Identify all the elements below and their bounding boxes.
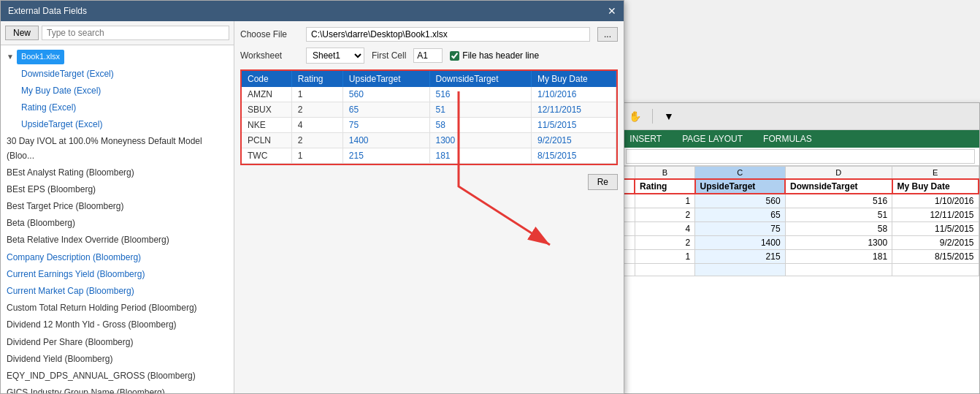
menu-pagelayout[interactable]: PAGE LAYOUT xyxy=(672,130,753,148)
cell-d4[interactable]: 58 xyxy=(785,222,892,236)
table-cell: 1 xyxy=(291,87,342,102)
cell-d6[interactable]: 181 xyxy=(785,250,892,264)
worksheet-row: Worksheet Sheet1 First Cell File has hea… xyxy=(240,48,618,64)
right-panel: Choose File ... Worksheet Sheet1 First C… xyxy=(234,21,624,393)
table-row: NKE4755811/5/2015 xyxy=(242,118,616,133)
table-row: SBUX2655112/11/2015 xyxy=(242,102,616,118)
new-button[interactable]: New xyxy=(5,26,39,40)
choose-file-label: Choose File xyxy=(240,29,299,39)
tree-child-4[interactable]: UpsideTarget (Excel) xyxy=(1,116,234,133)
tree-child-3[interactable]: Rating (Excel) xyxy=(1,99,234,116)
cell-c4[interactable]: 75 xyxy=(695,222,786,236)
tree-child-1[interactable]: DownsideTarget (Excel) xyxy=(1,66,234,83)
col-e[interactable]: E xyxy=(892,167,979,180)
cell-b7[interactable] xyxy=(635,264,695,276)
touch-button[interactable]: ✋ xyxy=(627,108,643,124)
dialog-body: New ▼ Book1.xlsx DownsideTarget (Excel) … xyxy=(1,21,624,393)
cell-b4[interactable]: 4 xyxy=(635,222,695,236)
tree-item-12[interactable]: Dividend Per Share (Bloomberg) xyxy=(1,334,234,351)
cell-d2[interactable]: 516 xyxy=(785,194,892,208)
cell-e6[interactable]: 8/15/2015 xyxy=(892,250,979,264)
table-row: AMZN15605161/10/2016 xyxy=(242,87,616,102)
more-button[interactable]: ▼ xyxy=(662,108,676,124)
col-code: Code xyxy=(242,71,291,87)
table-cell: 12/11/2015 xyxy=(531,102,616,118)
tree-item-8[interactable]: Current Earnings Yield (Bloomberg) xyxy=(1,266,234,283)
cell-b2[interactable]: 1 xyxy=(635,194,695,208)
tree-item-15[interactable]: GICS Industry Group Name (Bloomberg) xyxy=(1,384,234,393)
tree-item-11[interactable]: Dividend 12 Month Yld - Gross (Bloomberg… xyxy=(1,317,234,333)
cell-b3[interactable]: 2 xyxy=(635,208,695,222)
tree-item-9[interactable]: Current Market Cap (Bloomberg) xyxy=(1,283,234,300)
cell-e2[interactable]: 1/10/2016 xyxy=(892,194,979,208)
table-row: PCLN2140013009/2/2015 xyxy=(242,133,616,148)
cell-d7[interactable] xyxy=(785,264,892,276)
cell-c6[interactable]: 215 xyxy=(695,250,786,264)
table-row: TWC12151818/15/2015 xyxy=(242,148,616,164)
root-badge: Book1.xlsx xyxy=(17,50,64,64)
tree-root[interactable]: ▼ Book1.xlsx xyxy=(1,48,234,66)
table-cell: 4 xyxy=(291,118,342,133)
cell-c2[interactable]: 560 xyxy=(695,194,786,208)
col-b[interactable]: B xyxy=(635,167,695,180)
file-path-input[interactable] xyxy=(306,27,590,42)
tree-item-6[interactable]: Beta Relative Index Override (Bloomberg) xyxy=(1,232,234,249)
worksheet-select[interactable]: Sheet1 xyxy=(306,48,364,64)
table-cell: 75 xyxy=(342,118,429,133)
ok-button[interactable]: Re xyxy=(588,174,618,190)
table-cell: 215 xyxy=(342,148,429,164)
cell-b5[interactable]: 2 xyxy=(635,236,695,250)
tree-item-3[interactable]: BEst EPS (Bloomberg) xyxy=(1,181,234,198)
col-d[interactable]: D xyxy=(785,167,892,180)
cell-d1[interactable]: DownsideTarget xyxy=(785,179,892,194)
search-input[interactable] xyxy=(42,26,229,40)
tree-container: ▼ Book1.xlsx DownsideTarget (Excel) My B… xyxy=(1,45,234,393)
cell-d5[interactable]: 1300 xyxy=(785,236,892,250)
col-rating: Rating xyxy=(291,71,342,87)
browse-button[interactable]: ... xyxy=(597,27,618,42)
table-cell: 65 xyxy=(342,102,429,118)
dialog-title: External Data Fields xyxy=(8,6,87,16)
header-line-label: File has header line xyxy=(462,50,539,61)
worksheet-label: Worksheet xyxy=(240,50,299,61)
first-cell-input[interactable] xyxy=(413,48,443,63)
tree-item-4[interactable]: Best Target Price (Bloomberg) xyxy=(1,198,234,215)
cell-c7[interactable] xyxy=(695,264,786,276)
cell-d3[interactable]: 51 xyxy=(785,208,892,222)
table-cell: PCLN xyxy=(242,133,291,148)
table-cell: SBUX xyxy=(242,102,291,118)
tree-item-10[interactable]: Custom Total Return Holding Period (Bloo… xyxy=(1,300,234,317)
menu-insert[interactable]: INSERT xyxy=(619,130,672,148)
table-cell: 181 xyxy=(429,148,531,164)
tree-item-13[interactable]: Dividend Yield (Bloomberg) xyxy=(1,351,234,368)
table-cell: 11/5/2015 xyxy=(531,118,616,133)
divider xyxy=(652,109,653,124)
header-line-checkbox[interactable] xyxy=(450,51,459,61)
tree-child-2[interactable]: My Buy Date (Excel) xyxy=(1,83,234,99)
tree-item-5[interactable]: Beta (Bloomberg) xyxy=(1,215,234,232)
cell-b6[interactable]: 1 xyxy=(635,250,695,264)
menu-formulas[interactable]: FORMULAS xyxy=(753,130,822,148)
tree-item-1[interactable]: 30 Day IVOL at 100.0% Moneyness Default … xyxy=(1,133,234,164)
cell-e5[interactable]: 9/2/2015 xyxy=(892,236,979,250)
col-buydate: My Buy Date xyxy=(531,71,616,87)
table-cell: 2 xyxy=(291,133,342,148)
table-cell: 9/2/2015 xyxy=(531,133,616,148)
close-icon[interactable]: ✕ xyxy=(608,5,616,17)
cell-e1[interactable]: My Buy Date xyxy=(892,179,979,194)
tree-item-2[interactable]: BEst Analyst Rating (Bloomberg) xyxy=(1,164,234,181)
cell-b1[interactable]: Rating xyxy=(635,179,695,194)
first-cell-label: First Cell xyxy=(372,50,406,61)
dialog-titlebar: External Data Fields ✕ xyxy=(1,1,624,21)
table-header-row: Code Rating UpsideTarget DownsideTarget … xyxy=(242,71,616,87)
cell-c1[interactable]: UpsideTarget xyxy=(695,179,786,194)
cell-e4[interactable]: 11/5/2015 xyxy=(892,222,979,236)
formula-input[interactable] xyxy=(626,149,975,164)
col-c[interactable]: C xyxy=(695,167,786,180)
cell-c5[interactable]: 1400 xyxy=(695,236,786,250)
cell-c3[interactable]: 65 xyxy=(695,208,786,222)
cell-e7[interactable] xyxy=(892,264,979,276)
tree-item-7[interactable]: Company Description (Bloomberg) xyxy=(1,249,234,266)
cell-e3[interactable]: 12/11/2015 xyxy=(892,208,979,222)
tree-item-14[interactable]: EQY_IND_DPS_ANNUAL_GROSS (Bloomberg) xyxy=(1,368,234,384)
